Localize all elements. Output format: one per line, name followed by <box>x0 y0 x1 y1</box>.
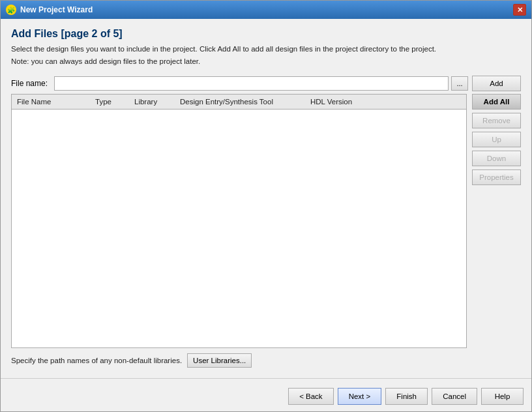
col-header-type: Type <box>90 96 129 107</box>
user-libraries-note: Specify the path names of any non-defaul… <box>11 357 182 364</box>
footer: < Back Next > Finish Cancel Help <box>1 384 531 411</box>
down-button[interactable]: Down <box>472 151 521 166</box>
finish-button[interactable]: Finish <box>385 388 428 405</box>
app-icon: 🧩 <box>6 5 16 15</box>
col-header-filename: File Name <box>12 96 90 107</box>
title-bar: 🧩 New Project Wizard ✕ <box>1 1 531 19</box>
close-button[interactable]: ✕ <box>513 4 526 16</box>
title-bar-left: 🧩 New Project Wizard <box>6 5 93 15</box>
col-header-library: Library <box>129 96 175 107</box>
file-name-input[interactable] <box>54 76 449 91</box>
files-table: File Name Type Library Design Entry/Synt… <box>11 94 467 349</box>
next-button[interactable]: Next > <box>338 388 382 405</box>
content-area: Add Files [page 2 of 5] Select the desig… <box>1 19 531 373</box>
back-button[interactable]: < Back <box>288 388 333 405</box>
col-header-hdl: HDL Version <box>305 96 370 107</box>
add-button[interactable]: Add <box>472 76 521 91</box>
file-input-wrapper: ... <box>54 76 468 91</box>
col-header-design: Design Entry/Synthesis Tool <box>175 96 305 107</box>
file-name-row: File name: ... Add <box>11 76 521 91</box>
description-line2: Note: you can always add design files to… <box>11 56 521 67</box>
cancel-button[interactable]: Cancel <box>432 388 477 405</box>
up-button[interactable]: Up <box>472 132 521 147</box>
main-window: 🧩 New Project Wizard ✕ Add Files [page 2… <box>0 0 532 412</box>
side-buttons: Add All Remove Up Down Properties <box>472 94 521 349</box>
browse-button[interactable]: ... <box>451 76 468 91</box>
table-body <box>12 110 466 348</box>
description-line1: Select the design files you want to incl… <box>11 44 521 55</box>
file-name-label: File name: <box>11 79 50 88</box>
page-title: Add Files [page 2 of 5] <box>11 28 521 40</box>
user-libraries-button[interactable]: User Libraries... <box>187 353 252 368</box>
help-button[interactable]: Help <box>481 388 524 405</box>
separator <box>1 378 531 379</box>
window-title: New Project Wizard <box>20 5 93 14</box>
bottom-note-area: Specify the path names of any non-defaul… <box>11 353 521 368</box>
main-area: File Name Type Library Design Entry/Synt… <box>11 94 521 349</box>
properties-button[interactable]: Properties <box>472 169 521 185</box>
remove-button[interactable]: Remove <box>472 113 521 128</box>
add-all-button[interactable]: Add All <box>472 94 521 110</box>
table-header: File Name Type Library Design Entry/Synt… <box>12 95 466 110</box>
